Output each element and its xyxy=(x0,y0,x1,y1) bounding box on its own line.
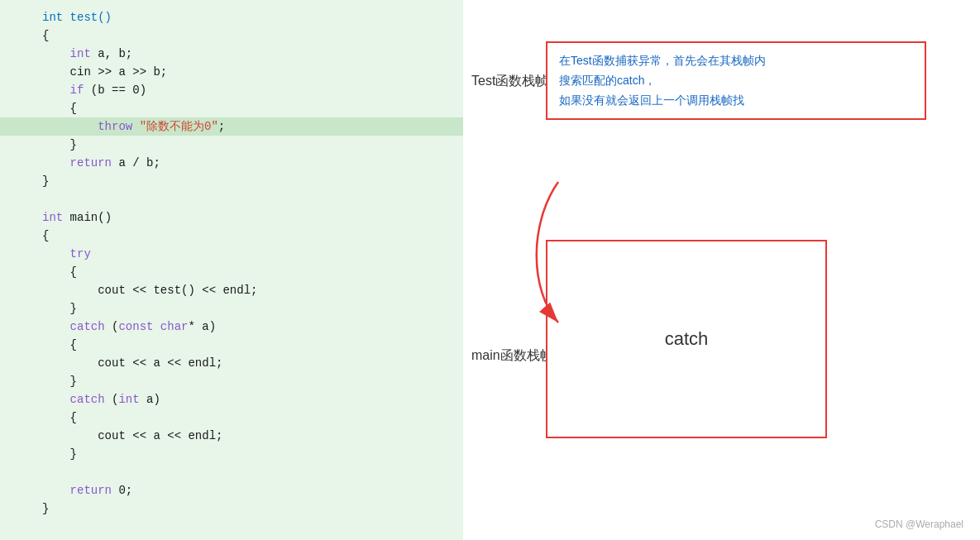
code-line: int a, b; xyxy=(0,45,463,63)
code-line: } xyxy=(0,172,463,190)
code-line: } xyxy=(0,445,463,463)
code-line: cout << a << endl; xyxy=(0,427,463,445)
line-content: } xyxy=(42,445,463,463)
line-content: cout << a << endl; xyxy=(42,427,463,445)
line-content: throw "除数不能为0"; xyxy=(42,117,463,136)
line-content: cin >> a >> b; xyxy=(42,63,463,81)
code-line: throw "除数不能为0"; xyxy=(0,117,463,136)
test-frame-label: Test函数栈帧 xyxy=(471,73,548,90)
annotation-panel: Test函数栈帧 在Test函数捕获异常，首先会在其栈帧内搜索匹配的catch，… xyxy=(463,0,980,540)
line-content: return 0; xyxy=(42,481,463,499)
code-line: { xyxy=(0,26,463,45)
code-line xyxy=(0,190,463,208)
code-line: try xyxy=(0,245,463,263)
line-content: { xyxy=(42,409,463,427)
code-line: { xyxy=(0,336,463,354)
catch-box: catch xyxy=(546,240,827,438)
main-frame-label: main函数栈帧 xyxy=(471,347,553,365)
line-content: int a, b; xyxy=(42,45,463,63)
code-line: return a / b; xyxy=(0,154,463,172)
line-content: { xyxy=(42,26,463,45)
code-line: cout << a << endl; xyxy=(0,354,463,372)
code-line: } xyxy=(0,136,463,154)
line-content: { xyxy=(42,227,463,245)
code-line: int main() xyxy=(0,208,463,227)
annotation-box-test: 在Test函数捕获异常，首先会在其栈帧内搜索匹配的catch，如果没有就会返回上… xyxy=(546,41,926,120)
line-content: } xyxy=(42,172,463,190)
line-content: catch (const char* a) xyxy=(42,318,463,336)
code-line: { xyxy=(0,227,463,245)
line-content: { xyxy=(42,263,463,281)
code-line xyxy=(0,463,463,481)
code-line: catch (int a) xyxy=(0,390,463,409)
annotation-text: 在Test函数捕获异常，首先会在其栈帧内搜索匹配的catch，如果没有就会返回上… xyxy=(547,43,925,118)
line-content: } xyxy=(42,499,463,518)
line-content: return a / b; xyxy=(42,154,463,172)
code-line: cout << test() << endl; xyxy=(0,281,463,299)
line-content: { xyxy=(42,336,463,354)
line-content: { xyxy=(42,99,463,117)
code-panel: int test(){ int a, b; cin >> a >> b; if … xyxy=(0,0,463,540)
line-content: } xyxy=(42,299,463,318)
code-line: { xyxy=(0,99,463,117)
code-line: int test() xyxy=(0,8,463,26)
main-layout: int test(){ int a, b; cin >> a >> b; if … xyxy=(0,0,980,540)
code-line: } xyxy=(0,372,463,390)
code-line: if (b == 0) xyxy=(0,81,463,99)
line-content: try xyxy=(42,245,463,263)
line-content: int test() xyxy=(42,8,463,26)
code-line: } xyxy=(0,299,463,318)
watermark: CSDN @Weraphael xyxy=(875,518,963,530)
code-line: cin >> a >> b; xyxy=(0,63,463,81)
catch-label: catch xyxy=(665,328,709,350)
line-content: cout << a << endl; xyxy=(42,354,463,372)
code-line: return 0; xyxy=(0,481,463,499)
code-line: } xyxy=(0,499,463,518)
line-content: int main() xyxy=(42,208,463,227)
code-line: { xyxy=(0,263,463,281)
code-line: catch (const char* a) xyxy=(0,318,463,336)
code-line: { xyxy=(0,409,463,427)
line-content: cout << test() << endl; xyxy=(42,281,463,299)
line-content: if (b == 0) xyxy=(42,81,463,99)
line-content: } xyxy=(42,136,463,154)
line-content: } xyxy=(42,372,463,390)
line-content: catch (int a) xyxy=(42,390,463,409)
